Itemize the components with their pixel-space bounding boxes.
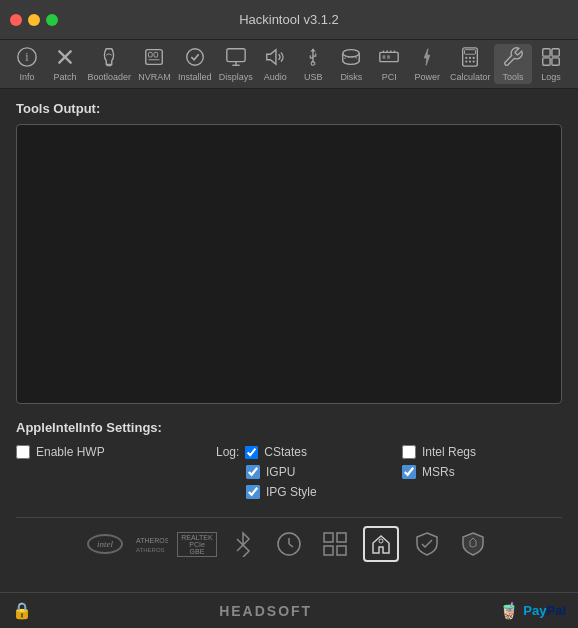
svg-marker-13 [267,50,276,65]
window-title: Hackintool v3.1.2 [239,12,339,27]
nvram-icon [143,46,165,71]
toolbar-item-pci[interactable]: PCI [370,44,408,84]
ipg-style-checkbox[interactable] [246,485,260,499]
paypal-label: PayPal [523,603,566,618]
bluetooth-icon[interactable] [225,526,261,562]
svg-line-42 [289,544,293,547]
toolbar-item-disks[interactable]: Disks [332,44,370,84]
svg-point-26 [465,57,467,59]
svg-rect-23 [388,55,391,59]
toolbar-item-power[interactable]: Power [408,44,446,84]
toolbar-item-calculator[interactable]: Calculator [446,44,494,84]
enable-hwp-checkbox[interactable] [16,445,30,459]
settings-row: Enable HWP Log: CStates IGPU IPG Style [16,445,562,505]
svg-text:ATHEROS: ATHEROS [136,537,168,544]
patch-icon [54,46,76,71]
power-icon [416,46,438,71]
bottom-toolbar: intel ATHEROS ATHEROS REALTEKPCIe GBE [16,517,562,570]
disks-label: Disks [340,72,362,82]
info-icon: i [16,46,38,71]
svg-text:i: i [25,50,29,64]
svg-rect-22 [383,55,386,59]
disks-icon [340,46,362,71]
toolbar-item-displays[interactable]: Displays [215,44,256,84]
msrs-checkbox[interactable] [402,465,416,479]
toolbar-item-logs[interactable]: Logs [532,44,570,84]
shield1-icon[interactable] [409,526,445,562]
svg-point-28 [473,57,475,59]
toolbar-item-installed[interactable]: Installed [174,44,215,84]
main-content: Tools Output: AppleIntelInfo Settings: E… [0,89,578,582]
svg-rect-44 [337,533,346,542]
home-icon[interactable] [363,526,399,562]
igpu-row: IGPU [246,465,402,479]
pci-icon [378,46,400,71]
grid-icon[interactable] [317,526,353,562]
toolbar-item-nvram[interactable]: NVRAM [135,44,175,84]
igpu-checkbox[interactable] [246,465,260,479]
intel-icon[interactable]: intel [87,526,123,562]
svg-rect-4 [107,64,113,66]
svg-point-9 [186,49,203,66]
svg-point-29 [465,60,467,62]
svg-rect-33 [552,49,559,56]
svg-rect-34 [543,58,550,65]
displays-label: Displays [219,72,253,82]
svg-point-31 [473,60,475,62]
displays-icon [225,46,247,71]
minimize-button[interactable] [28,14,40,26]
window-controls [10,14,58,26]
audio-icon [264,46,286,71]
settings-left: Enable HWP [16,445,216,465]
cstates-checkbox[interactable] [245,446,258,459]
installed-label: Installed [178,72,212,82]
svg-rect-35 [552,58,559,65]
bootloader-icon [98,46,120,71]
svg-point-14 [312,62,316,66]
log-label-text: Log: CStates [216,445,402,459]
atheros-icon[interactable]: ATHEROS ATHEROS [133,526,169,562]
tools-icon [502,46,524,71]
bootloader-label: Bootloader [88,72,132,82]
svg-point-27 [469,57,471,59]
clock-icon[interactable] [271,526,307,562]
intel-regs-checkbox[interactable] [402,445,416,459]
toolbar-item-audio[interactable]: Audio [256,44,294,84]
calculator-icon [459,46,481,71]
svg-point-47 [379,539,383,543]
usb-label: USB [304,72,323,82]
svg-point-16 [343,57,360,64]
msrs-row: MSRs [402,465,562,479]
close-button[interactable] [10,14,22,26]
tools-label: Tools [502,72,523,82]
settings-section: AppleIntelInfo Settings: Enable HWP Log:… [16,420,562,505]
settings-label: AppleIntelInfo Settings: [16,420,562,435]
toolbar-item-tools[interactable]: Tools [494,44,532,84]
enable-hwp-label: Enable HWP [36,445,105,459]
settings-middle: Log: CStates IGPU IPG Style [216,445,402,505]
svg-text:ATHEROS: ATHEROS [136,547,165,553]
svg-rect-7 [154,52,158,57]
realtek-icon[interactable]: REALTEKPCIe GBE [179,526,215,562]
toolbar-item-info[interactable]: i Info [8,44,46,84]
toolbar-item-patch[interactable]: Patch [46,44,84,84]
toolbar-item-usb[interactable]: USB [294,44,332,84]
shield2-icon[interactable] [455,526,491,562]
paypal-section: 🧋 PayPal [499,601,566,620]
intel-regs-row: Intel Regs [402,445,562,459]
usb-icon [302,46,324,71]
title-bar: Hackintool v3.1.2 [0,0,578,40]
cstates-label: CStates [264,445,307,459]
toolbar-item-bootloader[interactable]: Bootloader [84,44,135,84]
ipg-row: IPG Style [246,485,402,499]
footer: 🔒 HEADSOFT 🧋 PayPal [0,592,578,628]
output-area[interactable] [16,124,562,404]
svg-rect-46 [337,546,346,555]
maximize-button[interactable] [46,14,58,26]
main-toolbar: i Info Patch Bootloader [0,40,578,89]
logs-icon [540,46,562,71]
svg-line-38 [237,539,243,545]
svg-rect-45 [324,546,333,555]
pci-label: PCI [382,72,397,82]
svg-rect-6 [149,52,153,57]
